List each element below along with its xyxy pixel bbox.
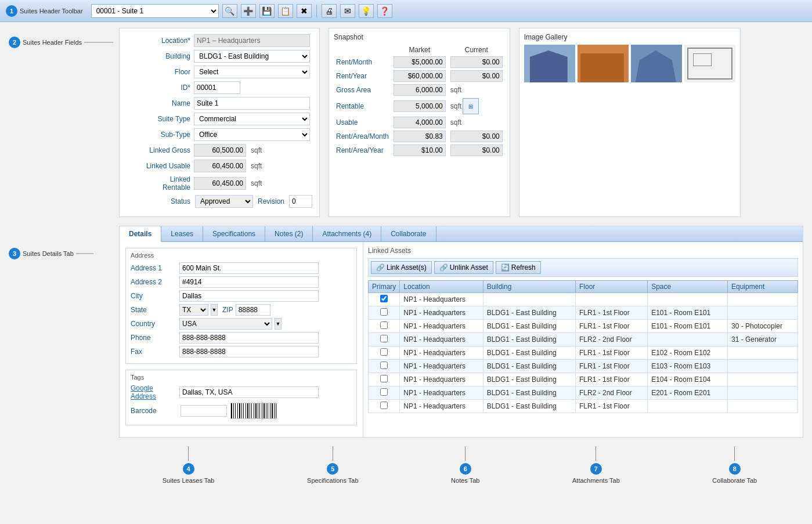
- floor-select[interactable]: Select: [194, 66, 310, 78]
- row-primary-cell[interactable]: [369, 359, 400, 373]
- gross-area-unit: sqft: [448, 83, 505, 97]
- row-location: NP1 - Headquarters: [400, 319, 483, 333]
- rent-area-year-current-input: [450, 144, 503, 156]
- primary-checkbox[interactable]: [380, 335, 388, 342]
- suite-type-row: Suite Type Commercial: [127, 113, 312, 125]
- primary-checkbox[interactable]: [380, 348, 388, 356]
- primary-checkbox[interactable]: [380, 362, 388, 369]
- tab-leases[interactable]: Leases: [161, 226, 203, 241]
- state-select[interactable]: TX: [179, 304, 208, 316]
- row-primary-cell[interactable]: [369, 319, 400, 333]
- primary-checkbox[interactable]: [380, 375, 388, 382]
- gallery-image-3[interactable]: [631, 45, 682, 82]
- primary-checkbox[interactable]: [380, 402, 388, 409]
- gallery-image-2[interactable]: [578, 45, 629, 82]
- print-button[interactable]: 🖨: [322, 4, 337, 18]
- attachments-connector-line: [596, 446, 596, 461]
- location-row: Location*: [127, 34, 312, 47]
- row-location: NP1 - Headquarters: [400, 359, 483, 373]
- row-floor: FLR1 - 1st Floor: [576, 306, 648, 319]
- table-row: NP1 - Headquarters BLDG1 - East Building…: [369, 373, 798, 386]
- leases-tab-annotation-label: Suites Leases Tab: [163, 477, 215, 484]
- row-space: E201 - Room E201: [648, 386, 728, 399]
- gallery-image-4[interactable]: [684, 45, 735, 82]
- google-address-input[interactable]: [179, 386, 319, 398]
- annotation-collaborate-tab: 8 Collaborate Tab: [712, 446, 757, 484]
- row-primary-cell[interactable]: [369, 306, 400, 319]
- primary-checkbox[interactable]: [380, 308, 388, 316]
- primary-checkbox[interactable]: [380, 388, 388, 396]
- save-button[interactable]: 💾: [259, 4, 275, 18]
- main-content: 2 Suites Header Fields Location* Buildin…: [0, 22, 812, 490]
- address2-input[interactable]: [179, 276, 319, 288]
- header-fields-label: Suites Header Fields: [23, 39, 82, 46]
- unlink-icon: 🔗: [439, 263, 448, 272]
- suite-selector[interactable]: 00001 - Suite 1: [91, 4, 219, 18]
- state-dropdown-arrow[interactable]: ▼: [211, 304, 218, 316]
- table-row: NP1 - Headquarters: [369, 292, 798, 306]
- fax-label: Fax: [131, 348, 177, 356]
- lightbulb-button[interactable]: 💡: [359, 4, 374, 18]
- primary-checkbox[interactable]: [380, 321, 388, 329]
- address-section: Address Address 1 Address 2 City: [125, 248, 357, 364]
- row-primary-cell[interactable]: [369, 292, 400, 306]
- gallery-image-1[interactable]: [524, 45, 575, 82]
- id-input[interactable]: [194, 81, 240, 94]
- search-button[interactable]: 🔍: [222, 4, 237, 18]
- tab-details[interactable]: Details: [120, 226, 161, 242]
- state-label: State: [131, 306, 177, 314]
- add-button[interactable]: ➕: [241, 4, 256, 18]
- tab-specifications[interactable]: Specifications: [203, 226, 265, 241]
- delete-button[interactable]: ✖: [297, 4, 312, 18]
- row-equipment: [727, 346, 797, 359]
- linked-assets-title: Linked Assets: [368, 247, 798, 255]
- tags-section-title: Tags: [131, 374, 352, 381]
- building-select[interactable]: BLDG1 - East Building: [194, 50, 310, 63]
- barcode-input[interactable]: [181, 405, 227, 417]
- usable-label: Usable: [334, 115, 391, 129]
- row-building: BLDG1 - East Building: [483, 386, 575, 399]
- fax-input[interactable]: [179, 346, 319, 357]
- tab-attachments[interactable]: Attachments (4): [313, 226, 381, 241]
- row-equipment: [727, 359, 797, 373]
- tab-collaborate[interactable]: Collaborate: [381, 226, 436, 241]
- rent-area-year-label: Rent/Area/Year: [334, 143, 391, 157]
- phone-input[interactable]: [179, 332, 319, 344]
- rent-area-month-label: Rent/Area/Month: [334, 129, 391, 143]
- google-address-link[interactable]: Google Address: [131, 384, 177, 400]
- rent-area-month-market-input: [394, 131, 446, 142]
- country-dropdown-arrow[interactable]: ▼: [275, 318, 282, 330]
- tab-notes[interactable]: Notes (2): [265, 226, 313, 241]
- copy-button[interactable]: 📋: [278, 4, 293, 18]
- city-input[interactable]: [179, 290, 319, 302]
- row-primary-cell[interactable]: [369, 386, 400, 399]
- country-select[interactable]: USA: [179, 318, 272, 330]
- barcode-row: Barcode: [131, 403, 352, 419]
- subtype-select[interactable]: Office: [194, 128, 310, 141]
- row-floor: FLR2 - 2nd Floor: [576, 333, 648, 346]
- revision-input[interactable]: [289, 195, 312, 208]
- primary-checkbox[interactable]: [380, 295, 388, 302]
- help-button[interactable]: ❓: [377, 4, 392, 18]
- row-primary-cell[interactable]: [369, 346, 400, 359]
- annotation-bubble-3: 3: [9, 248, 20, 259]
- email-button[interactable]: ✉: [340, 4, 355, 18]
- annotation-specifications-tab: 5 Specifications Tab: [307, 446, 358, 484]
- row-primary-cell[interactable]: [369, 399, 400, 413]
- row-primary-cell[interactable]: [369, 333, 400, 346]
- status-select[interactable]: Approved: [195, 195, 253, 208]
- link-assets-button[interactable]: 🔗 Link Asset(s): [371, 261, 432, 274]
- rent-area-month-current-input: [450, 131, 503, 142]
- zip-input[interactable]: [236, 304, 270, 316]
- market-col-header: Market: [391, 45, 448, 55]
- name-row: Name: [127, 97, 312, 110]
- suite-type-select[interactable]: Commercial: [194, 113, 310, 125]
- unlink-asset-button[interactable]: 🔗 Unlink Asset: [434, 261, 493, 274]
- row-primary-cell[interactable]: [369, 373, 400, 386]
- address1-input[interactable]: [179, 262, 319, 274]
- rentable-grid-button[interactable]: ⊞: [463, 98, 479, 114]
- refresh-button[interactable]: 🔄 Refresh: [496, 261, 541, 274]
- details-left-panel: Address Address 1 Address 2 City: [120, 242, 363, 437]
- rent-year-label: Rent/Year: [334, 69, 391, 83]
- name-input[interactable]: [194, 97, 310, 110]
